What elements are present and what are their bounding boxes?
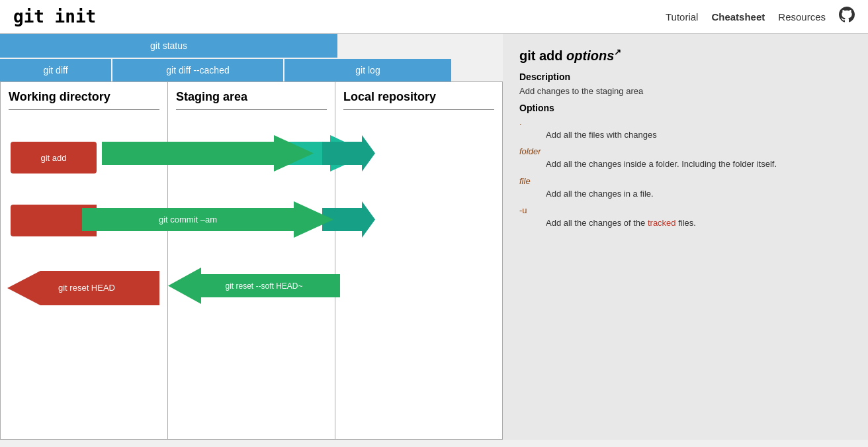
app-title: git init bbox=[13, 7, 96, 26]
git-status-button[interactable]: git status bbox=[0, 34, 337, 58]
header: git init Tutorial Cheatsheet Resources bbox=[0, 0, 868, 34]
option-desc-file: Add all the changes in a file. bbox=[519, 187, 851, 201]
detail-title-italic: options bbox=[566, 48, 614, 63]
local-repo-title: Local repository bbox=[343, 90, 494, 110]
option-desc-u: Add all the changes of the tracked files… bbox=[519, 217, 851, 230]
nav-cheatsheet[interactable]: Cheatsheet bbox=[711, 11, 765, 23]
local-repo-col: Local repository bbox=[335, 82, 502, 439]
right-panel: git add options↗ Description Add changes… bbox=[503, 34, 868, 440]
working-directory-title: Working directory bbox=[9, 90, 159, 110]
staging-area-title: Staging area bbox=[176, 90, 327, 110]
detail-title-text: git add bbox=[519, 48, 566, 63]
nav-tutorial[interactable]: Tutorial bbox=[666, 11, 698, 23]
git-add-arrow[interactable] bbox=[102, 135, 314, 172]
git-commit-am-button[interactable]: git commit –am bbox=[82, 201, 333, 238]
svg-text:git commit –am: git commit –am bbox=[159, 215, 217, 224]
git-add-button[interactable]: git add bbox=[11, 142, 97, 174]
options-label: Options bbox=[519, 103, 851, 113]
description-text: Add changes to the staging area bbox=[519, 86, 851, 96]
option-key-folder: folder bbox=[519, 146, 851, 156]
git-diff-cached-button[interactable]: git diff --cached bbox=[112, 58, 284, 81]
git-diff-button[interactable]: git diff bbox=[0, 58, 112, 81]
left-panel: git status git diff git diff --cached gi… bbox=[0, 34, 503, 440]
tracked-highlight: tracked bbox=[648, 218, 676, 228]
option-file: file Add all the changes in a file. bbox=[519, 176, 851, 201]
option-key-file: file bbox=[519, 176, 851, 186]
option-desc-folder: Add all the changes inside a folder. Inc… bbox=[519, 158, 851, 171]
nav-resources[interactable]: Resources bbox=[778, 11, 826, 23]
diff-row: git diff git diff --cached git log bbox=[0, 58, 503, 81]
option-folder: folder Add all the changes inside a fold… bbox=[519, 146, 851, 171]
option-key-dot: . bbox=[519, 117, 851, 127]
github-icon[interactable] bbox=[839, 7, 855, 26]
svg-marker-2 bbox=[102, 135, 314, 172]
git-commit-m-tip bbox=[322, 135, 375, 172]
main-layout: git status git diff git diff --cached gi… bbox=[0, 34, 868, 440]
staging-area-col: Staging area git commit –m bbox=[168, 82, 335, 439]
options-list: . Add all the files with changes folder … bbox=[519, 117, 851, 230]
git-log-button[interactable]: git log bbox=[284, 58, 451, 81]
option-dot: . Add all the files with changes bbox=[519, 117, 851, 142]
option-desc-dot: Add all the files with changes bbox=[519, 128, 851, 142]
external-link-icon[interactable]: ↗ bbox=[614, 47, 621, 57]
nav: Tutorial Cheatsheet Resources bbox=[666, 7, 855, 26]
diagram: Working directory git add git reset HEAD… bbox=[0, 81, 503, 440]
svg-text:git reset --soft HEAD~: git reset --soft HEAD~ bbox=[225, 281, 302, 291]
svg-marker-9 bbox=[322, 135, 375, 172]
svg-text:git reset HEAD: git reset HEAD bbox=[58, 283, 115, 293]
git-reset-soft-button[interactable]: git reset --soft HEAD~ bbox=[168, 268, 340, 304]
option-u: -u Add all the changes of the tracked fi… bbox=[519, 205, 851, 230]
git-reset-head-button[interactable]: git reset HEAD bbox=[7, 271, 159, 305]
description-label: Description bbox=[519, 72, 851, 82]
option-key-u: -u bbox=[519, 205, 851, 215]
detail-title: git add options↗ bbox=[519, 47, 851, 64]
